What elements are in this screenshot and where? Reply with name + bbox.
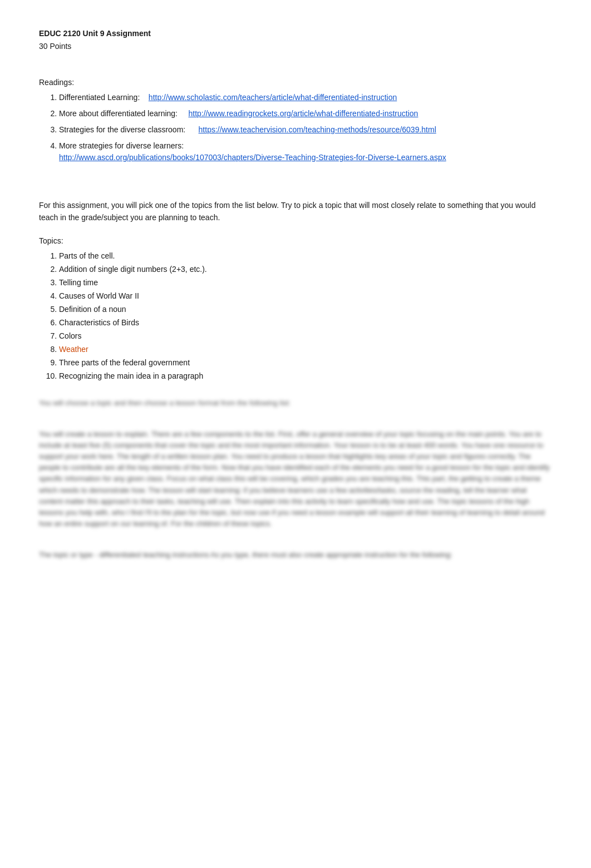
blurred-paragraph-1: You will create a lesson to explain. The…: [39, 429, 552, 529]
reading-item-4: More strategies for diverse learners: ht…: [59, 140, 552, 163]
topics-list: Parts of the cell. Addition of single di…: [39, 250, 552, 382]
reading-3-label: Strategies for the diverse classroom:: [59, 125, 185, 134]
reading-2-label: More about differentiated learning:: [59, 109, 178, 118]
readings-label: Readings:: [39, 77, 552, 88]
topic-item-8: Weather: [59, 344, 552, 355]
topic-item-3: Telling time: [59, 277, 552, 289]
reading-item-1: Differentiated Learning: http://www.scho…: [59, 92, 552, 103]
reading-1-link[interactable]: http://www.scholastic.com/teachers/artic…: [149, 93, 397, 102]
blurred-instruction-line: You will choose a topic and then choose …: [39, 398, 552, 409]
blurred-paragraph-2: The topic or type - differentiated teach…: [39, 549, 552, 561]
reading-item-3: Strategies for the diverse classroom: ht…: [59, 124, 552, 136]
intro-paragraph: For this assignment, you will pick one o…: [39, 199, 552, 224]
topic-item-10: Recognizing the main idea in a paragraph: [59, 370, 552, 382]
reading-3-link[interactable]: https://www.teachervision.com/teaching-m…: [199, 125, 436, 134]
reading-4-link[interactable]: http://www.ascd.org/publications/books/1…: [59, 153, 446, 162]
page-points: 30 Points: [39, 41, 552, 52]
topic-item-5: Definition of a noun: [59, 304, 552, 315]
topic-item-1: Parts of the cell.: [59, 250, 552, 262]
reading-4-label: More strategies for diverse learners:: [59, 141, 184, 150]
reading-2-link[interactable]: http://www.readingrockets.org/article/wh…: [188, 109, 418, 118]
topic-item-4: Causes of World War II: [59, 290, 552, 302]
topics-label: Topics:: [39, 235, 552, 247]
topic-item-7: Colors: [59, 330, 552, 342]
topic-item-6: Characteristics of Birds: [59, 317, 552, 329]
reading-1-label: Differentiated Learning:: [59, 93, 140, 102]
readings-list: Differentiated Learning: http://www.scho…: [39, 92, 552, 163]
topic-item-9: Three parts of the federal government: [59, 357, 552, 369]
reading-item-2: More about differentiated learning: http…: [59, 108, 552, 120]
topic-item-2: Addition of single digit numbers (2+3, e…: [59, 264, 552, 275]
topic-weather: Weather: [59, 345, 88, 354]
page-container: EDUC 2120 Unit 9 Assignment 30 Points Re…: [39, 28, 552, 561]
page-title: EDUC 2120 Unit 9 Assignment: [39, 28, 552, 39]
